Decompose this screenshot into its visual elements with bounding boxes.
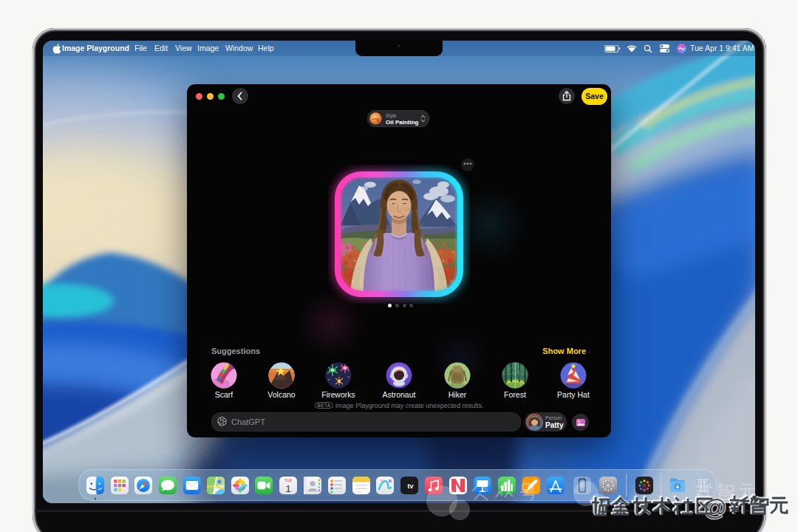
svg-text:@: @ (703, 495, 726, 521)
